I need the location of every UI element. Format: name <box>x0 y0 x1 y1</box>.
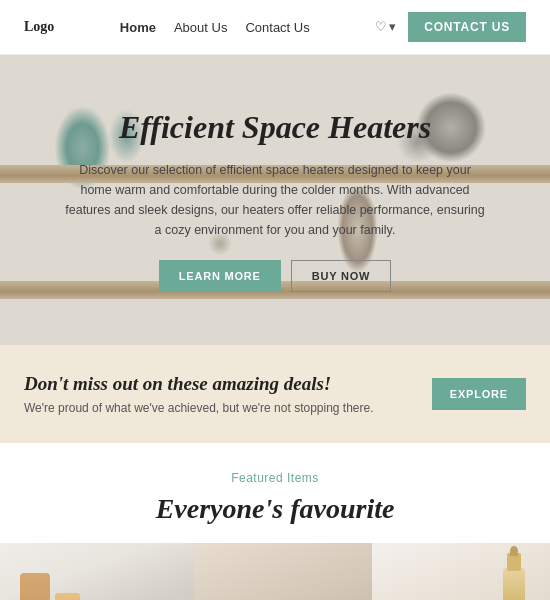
chevron-down-icon: ▾ <box>389 19 396 35</box>
product-grid <box>0 543 550 600</box>
explore-button[interactable]: EXPLORE <box>432 378 526 410</box>
nav-right: ♡ ▾ CONTACT US <box>375 12 526 42</box>
product-card-2[interactable] <box>194 543 372 600</box>
deals-title: Don't miss out on these amazing deals! <box>24 373 374 395</box>
deals-banner: Don't miss out on these amazing deals! W… <box>0 345 550 443</box>
learn-more-button[interactable]: LEARN MORE <box>159 260 281 292</box>
featured-section: Featured Items Everyone's favourite <box>0 443 550 600</box>
featured-title: Everyone's favourite <box>0 493 550 525</box>
deals-subtitle: We're proud of what we've achieved, but … <box>24 401 374 415</box>
hero-title: Efficient Space Heaters <box>65 108 485 146</box>
product-card-3[interactable] <box>372 543 550 600</box>
deals-text: Don't miss out on these amazing deals! W… <box>24 373 374 415</box>
buy-now-button[interactable]: BUY NOW <box>291 260 392 292</box>
nav-link-contact[interactable]: Contact Us <box>245 20 309 35</box>
heart-icon: ♡ <box>375 19 387 35</box>
wishlist-button[interactable]: ♡ ▾ <box>375 19 396 35</box>
nav-link-home[interactable]: Home <box>120 20 156 35</box>
logo: Logo <box>24 19 54 35</box>
product-card-1[interactable] <box>0 543 194 600</box>
nav-links: Home About Us Contact Us <box>120 20 310 35</box>
nav-link-about[interactable]: About Us <box>174 20 227 35</box>
navbar: Logo Home About Us Contact Us ♡ ▾ CONTAC… <box>0 0 550 55</box>
hero-subtitle: Discover our selection of efficient spac… <box>65 160 485 240</box>
hero-content: Efficient Space Heaters Discover our sel… <box>25 108 525 292</box>
bottle-decor <box>503 568 525 600</box>
featured-label: Featured Items <box>0 471 550 485</box>
hero-section: Efficient Space Heaters Discover our sel… <box>0 55 550 345</box>
hero-buttons: LEARN MORE BUY NOW <box>65 260 485 292</box>
contact-us-button[interactable]: CONTACT US <box>408 12 526 42</box>
